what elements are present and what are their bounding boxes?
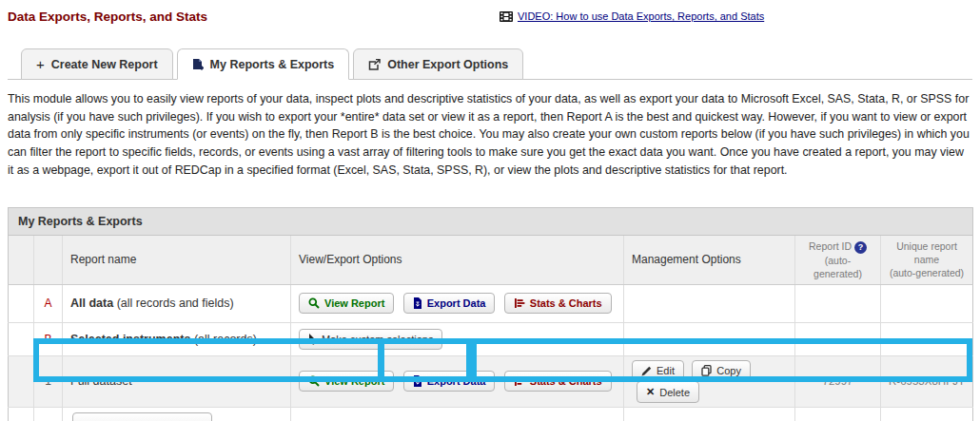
file-icon: [413, 297, 422, 309]
search-icon: [308, 375, 320, 387]
report-name: Full dataset: [63, 355, 291, 408]
export-data-button[interactable]: Export Data: [403, 371, 496, 392]
file-export-icon: [192, 59, 204, 71]
copy-icon: [701, 365, 712, 376]
tab-my-reports-exports[interactable]: My Reports & Exports: [177, 48, 350, 80]
view-report-button[interactable]: View Report: [299, 371, 394, 392]
report-id-value: 72997: [795, 355, 881, 408]
row-number: 1: [34, 355, 63, 408]
video-link[interactable]: VIDEO: How to use Data Exports, Reports,…: [500, 10, 764, 22]
create-new-report-button[interactable]: + Create New Report: [72, 412, 212, 421]
external-export-icon: [368, 59, 381, 70]
search-icon: [308, 297, 320, 309]
row-letter: A: [34, 284, 63, 322]
intro-text: This module allows you to easily view re…: [8, 90, 972, 180]
table-title: My Reports & Exports: [9, 208, 973, 236]
col-header-unique-name: Unique report name (auto-generated): [881, 236, 973, 285]
report-row-1: 1 Full dataset View Report Export Data: [9, 355, 973, 408]
report-name: All data (all records and fields): [63, 284, 291, 322]
unique-report-name-value: R-6953X8HFJT: [881, 355, 973, 408]
reports-table-container: My Reports & Exports Report name View/Ex…: [8, 207, 972, 421]
tab-label: Other Export Options: [387, 58, 508, 71]
report-row-a: A All data (all records and fields) View…: [9, 284, 973, 322]
make-custom-selections-button[interactable]: Make custom selections: [299, 329, 442, 350]
reports-table: My Reports & Exports Report name View/Ex…: [8, 207, 973, 421]
tab-create-new-report[interactable]: + Create New Report: [21, 48, 173, 80]
col-header-report-name: Report name: [63, 236, 291, 285]
tab-label: Create New Report: [51, 58, 158, 71]
stats-charts-button[interactable]: Stats & Charts: [504, 371, 612, 392]
delete-button[interactable]: ✕ Delete: [637, 381, 699, 403]
film-icon: [500, 11, 513, 22]
bar-chart-icon: [514, 297, 525, 309]
tab-other-export-options[interactable]: Other Export Options: [353, 48, 523, 80]
data-exports-page: Data Exports, Reports, and Stats VIDEO: …: [0, 0, 980, 421]
col-header-report-id: Report ID? (auto-generated): [795, 236, 881, 285]
export-data-button[interactable]: Export Data: [403, 293, 496, 314]
create-report-row: + Create New Report: [9, 408, 973, 421]
table-title-row: My Reports & Exports: [9, 208, 973, 236]
tab-label: My Reports & Exports: [210, 58, 335, 71]
row-letter: B: [34, 322, 63, 355]
video-link-label: VIDEO: How to use Data Exports, Reports,…: [518, 10, 764, 22]
report-row-b: B Selected instruments (all records) Mak…: [9, 322, 973, 355]
view-report-button[interactable]: View Report: [299, 293, 394, 314]
file-icon: [413, 375, 422, 387]
x-icon: ✕: [646, 386, 655, 398]
copy-button[interactable]: Copy: [692, 360, 751, 381]
edit-button[interactable]: Edit: [632, 360, 684, 381]
report-name: Selected instruments (all records): [63, 322, 291, 355]
col-header-view-export: View/Export Options: [291, 236, 624, 285]
cursor-icon: [308, 334, 317, 345]
bar-chart-icon: [514, 375, 525, 387]
tab-bar: + Create New Report My Reports & Exports: [8, 45, 972, 80]
page-title: Data Exports, Reports, and Stats: [8, 10, 207, 24]
help-icon[interactable]: ?: [854, 241, 867, 254]
col-header-management: Management Options: [624, 236, 795, 285]
pencil-icon: [641, 366, 652, 376]
table-header-row: Report name View/Export Options Manageme…: [9, 236, 973, 285]
plus-icon: +: [36, 60, 45, 69]
stats-charts-button[interactable]: Stats & Charts: [504, 293, 612, 314]
